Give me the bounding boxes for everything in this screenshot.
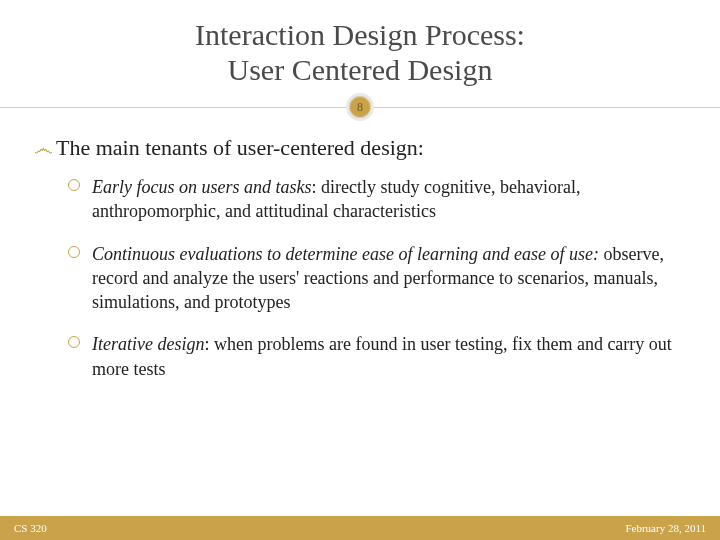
title-line-1: Interaction Design Process:	[28, 18, 692, 53]
circle-bullet-icon	[68, 246, 80, 258]
circle-bullet-icon	[68, 336, 80, 348]
circle-bullet-icon	[68, 179, 80, 191]
bullet-lead: Continuous evaluations to determine ease…	[92, 244, 599, 264]
slide-title: Interaction Design Process: User Centere…	[28, 18, 692, 87]
bullet-lead: Early focus on users and tasks	[92, 177, 312, 197]
bullet-list: Early focus on users and tasks: directly…	[34, 175, 686, 381]
swirl-bullet-icon: ෴	[34, 138, 56, 158]
divider: 8	[28, 93, 692, 121]
content-area: ෴ The main tenants of user-centered desi…	[28, 135, 692, 381]
intro-row: ෴ The main tenants of user-centered desi…	[34, 135, 686, 161]
slide: Interaction Design Process: User Centere…	[0, 0, 720, 540]
page-number: 8	[357, 100, 363, 115]
footer-course: CS 320	[14, 522, 47, 534]
list-item: Early focus on users and tasks: directly…	[68, 175, 686, 224]
title-line-2: User Centered Design	[28, 53, 692, 88]
page-number-badge: 8	[346, 93, 374, 121]
footer-date: February 28, 2011	[625, 522, 706, 534]
list-item: Iterative design: when problems are foun…	[68, 332, 686, 381]
bullet-lead: Iterative design	[92, 334, 204, 354]
list-item: Continuous evaluations to determine ease…	[68, 242, 686, 315]
footer-bar: CS 320 February 28, 2011	[0, 516, 720, 540]
intro-text: The main tenants of user-centered design…	[56, 135, 424, 161]
